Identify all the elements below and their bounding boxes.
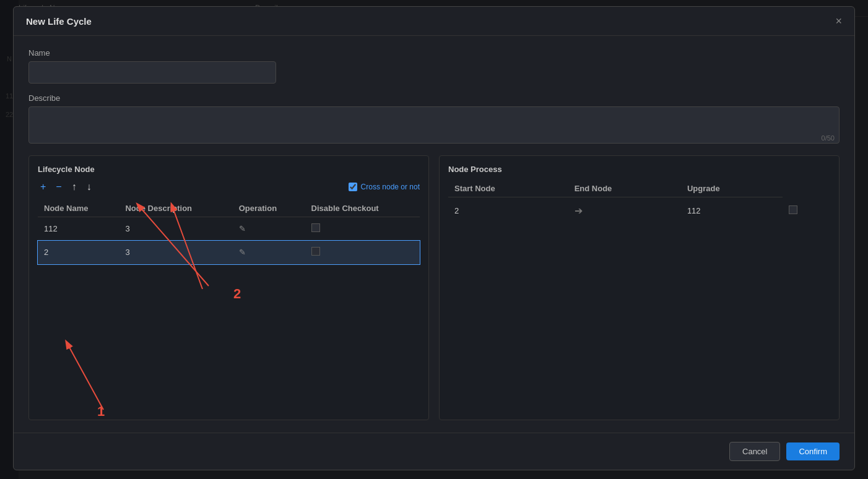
- edit-icon[interactable]: ✎: [239, 248, 246, 257]
- panels-container: Lifecycle Node + − ↑ ↓ Cross node or not: [28, 155, 840, 420]
- node-table-row[interactable]: 112 3 ✎: [38, 217, 420, 241]
- move-down-button[interactable]: ↓: [84, 180, 94, 194]
- col-end-node: End Node: [568, 180, 681, 197]
- col-upgrade: Upgrade: [681, 180, 783, 197]
- svg-line-0: [66, 342, 103, 410]
- node-disable-cell: [305, 241, 420, 264]
- svg-text:2: 2: [233, 286, 241, 301]
- describe-textarea[interactable]: [28, 106, 840, 144]
- upgrade-cell: [783, 197, 830, 225]
- node-toolbar: + − ↑ ↓ Cross node or not: [38, 180, 420, 194]
- modal-body: Name Describe 0/50 Lifecycle Node +: [14, 36, 854, 433]
- right-arrow-icon: ➔: [575, 205, 583, 216]
- disable-checkout-checkbox[interactable]: [311, 247, 320, 256]
- close-button[interactable]: ×: [835, 15, 842, 27]
- char-count: 0/50: [822, 134, 835, 142]
- cancel-button[interactable]: Cancel: [729, 442, 780, 461]
- node-name-cell: 112: [38, 217, 119, 241]
- describe-textarea-wrapper: 0/50: [28, 106, 840, 145]
- col-disable-checkout: Disable Checkout: [305, 200, 420, 217]
- node-table: Node Name Node Description Operation Dis…: [38, 200, 420, 264]
- move-up-button[interactable]: ↑: [69, 180, 79, 194]
- end-node-cell: 112: [681, 197, 783, 225]
- modal-dialog: New Life Cycle × Name Describe 0/50: [13, 6, 855, 470]
- upgrade-checkbox[interactable]: [789, 205, 797, 214]
- modal-footer: Cancel Confirm: [14, 433, 854, 470]
- svg-text:1: 1: [97, 403, 105, 419]
- cross-node-group: Cross node or not: [349, 183, 420, 191]
- describe-label: Describe: [28, 93, 840, 103]
- edit-icon[interactable]: ✎: [239, 224, 246, 233]
- left-panel-title: Lifecycle Node: [38, 165, 420, 174]
- describe-field-group: Describe 0/50: [28, 93, 840, 145]
- process-table: Start Node End Node Upgrade 2 ➔ 112: [448, 180, 830, 224]
- node-table-row[interactable]: 2 3 ✎: [38, 241, 420, 264]
- node-name-cell: 2: [38, 241, 119, 264]
- node-desc-cell: 3: [119, 241, 232, 264]
- node-process-panel: Node Process Start Node End Node Upgrade…: [439, 155, 840, 420]
- cross-node-checkbox[interactable]: [349, 183, 357, 191]
- col-node-name: Node Name: [38, 200, 119, 217]
- disable-checkout-checkbox[interactable]: [311, 223, 320, 232]
- node-disable-cell: [305, 217, 420, 241]
- lifecycle-node-panel: Lifecycle Node + − ↑ ↓ Cross node or not: [28, 155, 429, 420]
- confirm-button[interactable]: Confirm: [786, 442, 840, 460]
- col-node-desc: Node Description: [119, 200, 232, 217]
- name-field-group: Name: [28, 48, 840, 84]
- annotation-arrows: 1 2: [29, 156, 428, 420]
- node-desc-cell: 3: [119, 217, 232, 241]
- modal-title: New Life Cycle: [26, 16, 92, 27]
- name-input[interactable]: [28, 61, 276, 84]
- process-table-row: 2 ➔ 112: [448, 197, 830, 225]
- col-start-node: Start Node: [448, 180, 568, 197]
- cross-node-label: Cross node or not: [361, 183, 420, 191]
- col-operation: Operation: [233, 200, 305, 217]
- start-node-cell: 2: [448, 197, 568, 225]
- node-edit-cell[interactable]: ✎: [233, 241, 305, 264]
- modal-overlay: New Life Cycle × Name Describe 0/50: [0, 0, 868, 479]
- remove-node-button[interactable]: −: [53, 180, 64, 194]
- modal-header: New Life Cycle ×: [14, 7, 854, 36]
- name-label: Name: [28, 48, 840, 58]
- node-edit-cell[interactable]: ✎: [233, 217, 305, 241]
- right-panel-title: Node Process: [448, 165, 830, 174]
- arrow-cell: ➔: [568, 197, 681, 225]
- add-node-button[interactable]: +: [38, 180, 48, 194]
